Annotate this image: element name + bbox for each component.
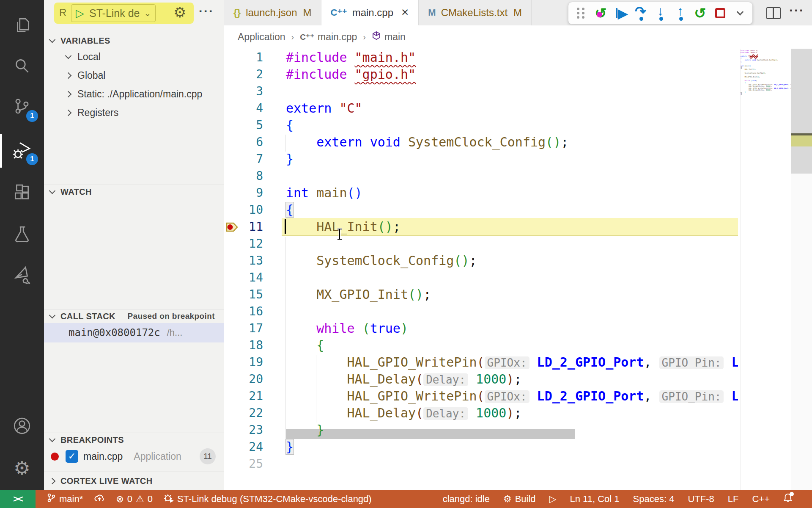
step-over-button[interactable]: ↷ (631, 4, 650, 22)
split-editor-icon[interactable] (766, 7, 781, 19)
code-line-12[interactable]: 12 (224, 235, 738, 252)
line-number[interactable]: 17 (224, 321, 263, 335)
line-number[interactable]: 12 (224, 237, 263, 251)
line-number[interactable]: 22 (224, 406, 263, 420)
line-number[interactable]: 10 (224, 203, 263, 217)
code-line-7[interactable]: 7} (224, 150, 738, 167)
code-line-15[interactable]: 15 MX_GPIO_Init(); (224, 286, 738, 303)
status-indentation[interactable]: Spaces: 4 (633, 494, 675, 505)
line-number[interactable]: 18 (224, 338, 263, 352)
watch-section-header[interactable]: WATCH (44, 185, 224, 199)
status-encoding[interactable]: UTF-8 (688, 494, 714, 505)
activity-bar-item-testing[interactable] (0, 215, 44, 256)
chevron-down-icon[interactable]: ⌄ (144, 8, 151, 18)
line-number[interactable]: 15 (224, 287, 263, 301)
code-line-13[interactable]: 13 SystemClock_Config(); (224, 252, 738, 269)
start-debugging-icon[interactable]: ▷ (76, 7, 84, 20)
variables-section-header[interactable]: VARIABLES (44, 34, 224, 47)
activity-bar-item-manage[interactable]: ⚙ (0, 448, 44, 489)
code-line-24[interactable]: 24} (224, 438, 738, 455)
code-line-4[interactable]: 4extern "C" (224, 99, 738, 116)
breadcrumb-item-main[interactable]: main (372, 31, 406, 43)
code-line-17[interactable]: 17 while (true) (224, 320, 738, 337)
status-debug-session[interactable]: ST-Link debug (STM32-CMake-vscode-clangd… (164, 493, 372, 505)
code-line-5[interactable]: 5{ (224, 116, 738, 133)
line-number[interactable]: 2 (224, 67, 263, 81)
step-into-button[interactable]: ↓ (651, 4, 670, 22)
code-line-2[interactable]: 2#include "gpio.h" (224, 66, 738, 83)
code-line-21[interactable]: 21 HAL_GPIO_WritePin(GPIOx: LD_2_GPIO_Po… (224, 387, 738, 404)
breakpoints-section-header[interactable]: BREAKPOINTS (44, 433, 224, 447)
line-number[interactable]: 3 (224, 84, 263, 98)
editor-more-actions-icon[interactable]: ··· (789, 3, 804, 18)
vertical-scrollbar[interactable] (791, 49, 812, 490)
line-number[interactable]: 21 (224, 389, 263, 403)
code-editor[interactable]: 1#include "main.h"2#include "gpio.h"34ex… (224, 49, 738, 490)
line-number[interactable]: 13 (224, 254, 263, 268)
line-number[interactable]: 16 (224, 304, 263, 318)
restart-button[interactable]: ↺ (691, 4, 710, 22)
tab-CMakeLists.txt[interactable]: MCMakeLists.txtM (419, 0, 532, 25)
code-line-18[interactable]: 18 { (224, 337, 738, 353)
cortex-live-watch-header[interactable]: CORTEX LIVE WATCH (44, 472, 224, 490)
code-line-22[interactable]: 22 HAL_Delay(Delay: 1000); (224, 404, 738, 421)
line-number[interactable]: 23 (224, 423, 263, 437)
variables-scope-global[interactable]: Global (44, 66, 224, 85)
variables-scope-registers[interactable]: Registers (44, 103, 224, 122)
code-line-8[interactable]: 8 (224, 167, 738, 184)
line-number[interactable]: 5 (224, 118, 263, 132)
status-eol[interactable]: LF (728, 494, 739, 505)
code-line-25[interactable]: 25 (224, 455, 738, 472)
code-line-14[interactable]: 14 (224, 269, 738, 286)
status-clangd-status[interactable]: clangd: idle (443, 494, 490, 505)
status-git-branch[interactable]: main* (47, 493, 83, 505)
code-line-6[interactable]: 6 extern void SystemClock_Config(); (224, 133, 738, 150)
status-cursor-position[interactable]: Ln 11, Col 1 (570, 494, 620, 505)
code-line-9[interactable]: 9int main() (224, 184, 738, 201)
drag-handle[interactable] (572, 4, 590, 22)
code-line-10[interactable]: 10{ (224, 201, 738, 218)
activity-bar-item-run-and-debug[interactable]: 1 (0, 130, 44, 171)
activity-bar-item-source-control[interactable]: 1 (0, 87, 44, 128)
views-more-icon[interactable]: ··· (199, 4, 214, 19)
status-problems[interactable]: ⊗0⚠0 (116, 494, 153, 505)
tab-main.cpp[interactable]: C⁺⁺main.cpp✕ (321, 0, 419, 25)
breadcrumb-item-main.cpp[interactable]: C⁺⁺main.cpp (300, 31, 357, 43)
minimap[interactable]: #include "main.h"#include "gpio.h"extern… (740, 49, 791, 490)
code-line-11[interactable]: 11 HAL_Init(); (224, 218, 738, 235)
scrollbar-slider[interactable] (791, 49, 812, 174)
line-number[interactable]: 20 (224, 372, 263, 386)
line-number[interactable]: 7 (224, 152, 263, 166)
activity-bar-item-extensions[interactable] (0, 174, 44, 215)
configure-gear-icon[interactable]: ⚙ (173, 5, 186, 19)
line-number[interactable]: 19 (224, 355, 263, 369)
line-number[interactable]: 4 (224, 101, 263, 115)
activity-bar-item-stm32-tools[interactable] (0, 255, 44, 295)
line-number[interactable]: 24 (224, 440, 263, 454)
line-number[interactable]: 1 (224, 50, 263, 64)
debug-launch-control[interactable]: ▷ ST-Link de ⌄ (71, 4, 156, 22)
status-cmake-run[interactable]: ▷ (549, 494, 557, 505)
line-number[interactable]: 9 (224, 186, 263, 200)
activity-bar-item-explorer[interactable] (0, 6, 44, 47)
variables-scope-static[interactable]: Static: ./Application/main.cpp (44, 85, 224, 103)
breakpoint-row[interactable]: ✓main.cppApplication11 (44, 447, 224, 466)
status-language-mode[interactable]: C++ (752, 494, 770, 505)
step-out-button[interactable]: ↑ (671, 4, 690, 22)
remote-indicator[interactable]: >< (0, 490, 36, 508)
line-number[interactable]: 8 (224, 169, 263, 183)
code-line-20[interactable]: 20 HAL_Delay(Delay: 1000); (224, 370, 738, 387)
close-icon[interactable]: ✕ (401, 7, 409, 18)
breakpoint-checkbox[interactable]: ✓ (66, 450, 78, 463)
breadcrumb-item-Application[interactable]: Application (238, 31, 285, 43)
activity-bar-item-search[interactable] (0, 47, 44, 87)
tab-launch.json[interactable]: {}launch.jsonM (224, 0, 321, 25)
debug-config-dropdown[interactable]: ST-Link de (89, 7, 140, 19)
code-line-1[interactable]: 1#include "main.h" (224, 49, 738, 66)
call-stack-frame[interactable]: main@0x0800172c/h... (44, 323, 224, 342)
line-number[interactable]: 6 (224, 135, 263, 149)
line-number[interactable]: 25 (224, 457, 263, 471)
status-cmake-build[interactable]: ⚙Build (503, 494, 536, 505)
code-line-3[interactable]: 3 (224, 83, 738, 99)
status-sync[interactable] (94, 493, 105, 505)
